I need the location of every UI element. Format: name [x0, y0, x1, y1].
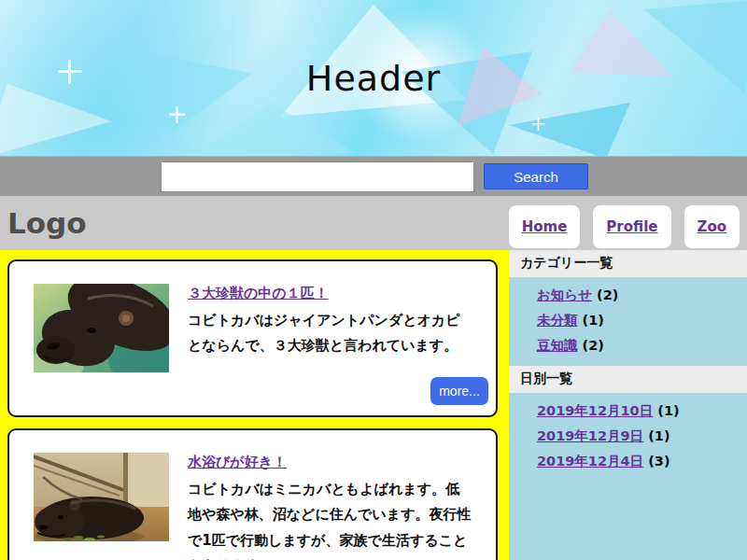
sidebar: カテゴリー一覧 お知らせ (2) 未分類 (1) 豆知識 (2) 日別一覧 20…	[509, 250, 747, 560]
article-card: ３大珍獣の中の１匹！ コビトカバはジャイアントパンダとオカピとならんで、３大珍獣…	[7, 259, 498, 417]
category-link[interactable]: 未分類	[537, 313, 578, 328]
nav-item-profile[interactable]: Profile	[593, 205, 670, 248]
category-count: (2)	[583, 338, 604, 353]
more-button[interactable]: more...	[430, 377, 488, 405]
sidebar-section-title: 日別一覧	[509, 366, 747, 393]
article-card-body: 水浴びが好き！ コビトカバはミニカバともよばれます。低地や森や林、沼などに住んで…	[34, 453, 472, 560]
main-content: ３大珍獣の中の１匹！ コビトカバはジャイアントパンダとオカピとならんで、３大珍獣…	[0, 250, 509, 560]
date-count: (3)	[648, 454, 669, 469]
sidebar-section-title: カテゴリー一覧	[509, 250, 747, 277]
date-link[interactable]: 2019年12月10日	[537, 403, 653, 418]
category-link[interactable]: お知らせ	[537, 287, 592, 302]
sidebar-section-categories: カテゴリー一覧 お知らせ (2) 未分類 (1) 豆知識 (2)	[509, 250, 747, 366]
search-button[interactable]: Search	[484, 163, 588, 189]
article-body-text: コビトカバはジャイアントパンダとオカピとならんで、３大珍獣と言われています。	[188, 308, 472, 359]
list-item: 2019年12月10日 (1)	[537, 402, 738, 420]
date-count: (1)	[648, 428, 669, 443]
article-title-link[interactable]: 水浴びが好き！	[188, 454, 287, 471]
logo-bar: Logo Home Profile Zoo	[0, 196, 747, 250]
sidebar-section-dates: 日別一覧 2019年12月10日 (1) 2019年12月9日 (1) 2019…	[509, 366, 747, 482]
nav-item-home[interactable]: Home	[509, 205, 581, 248]
nav-item-profile-label: Profile	[606, 218, 657, 235]
search-bar: Search	[0, 156, 747, 196]
category-count: (2)	[597, 287, 618, 302]
list-item: お知らせ (2)	[537, 287, 738, 304]
category-link[interactable]: 豆知識	[537, 338, 578, 353]
sparkle-icon	[176, 106, 177, 123]
article-image-hippo-swimming	[34, 284, 169, 372]
content-area: ３大珍獣の中の１匹！ コビトカバはジャイアントパンダとオカピとならんで、３大珍獣…	[0, 250, 747, 560]
page: Header Search Logo Home Profile Zoo	[0, 0, 747, 560]
article-text: ３大珍獣の中の１匹！ コビトカバはジャイアントパンダとオカピとならんで、３大珍獣…	[188, 284, 472, 372]
nav-item-home-label: Home	[522, 218, 568, 235]
category-count: (1)	[583, 313, 604, 328]
date-link[interactable]: 2019年12月4日	[537, 454, 643, 469]
category-list: お知らせ (2) 未分類 (1) 豆知識 (2)	[509, 277, 747, 366]
sparkle-icon	[538, 118, 540, 131]
list-item: 豆知識 (2)	[537, 337, 738, 355]
date-count: (1)	[657, 403, 679, 418]
page-title: Header	[0, 58, 747, 99]
logo: Logo	[7, 206, 87, 240]
list-item: 2019年12月9日 (1)	[537, 427, 738, 445]
search-input[interactable]	[161, 161, 474, 192]
crystal-shape	[509, 103, 630, 156]
article-card-body: ３大珍獣の中の１匹！ コビトカバはジャイアントパンダとオカピとならんで、３大珍獣…	[34, 284, 472, 372]
article-title-link[interactable]: ３大珍獣の中の１匹！	[188, 285, 329, 302]
article-body-text: コビトカバはミニカバともよばれます。低地や森や林、沼などに住んでいます。夜行性で…	[188, 477, 472, 560]
date-link[interactable]: 2019年12月9日	[537, 428, 643, 443]
list-item: 2019年12月4日 (3)	[537, 453, 738, 470]
header-banner: Header	[0, 0, 747, 156]
list-item: 未分類 (1)	[537, 312, 738, 329]
article-text: 水浴びが好き！ コビトカバはミニカバともよばれます。低地や森や林、沼などに住んで…	[188, 453, 472, 560]
main-nav: Home Profile Zoo	[509, 205, 740, 248]
article-card: 水浴びが好き！ コビトカバはミニカバともよばれます。低地や森や林、沼などに住んで…	[7, 428, 498, 560]
nav-item-zoo-label: Zoo	[698, 218, 727, 235]
article-image-hippo-lying	[34, 453, 169, 541]
nav-item-zoo[interactable]: Zoo	[684, 205, 740, 248]
date-list: 2019年12月10日 (1) 2019年12月9日 (1) 2019年12月4…	[509, 393, 747, 482]
